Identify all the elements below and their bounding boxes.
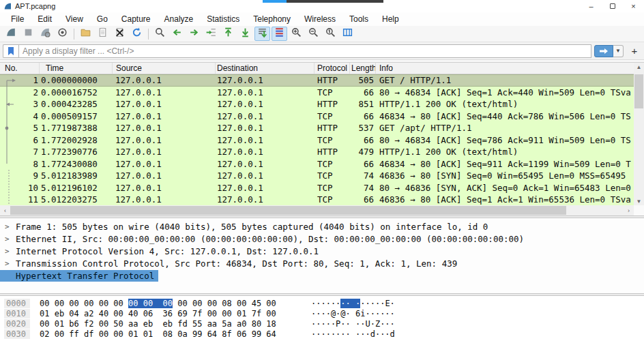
column-header-destination[interactable]: Destination [216, 63, 314, 74]
column-header-time[interactable]: Time [40, 63, 113, 74]
open-file-button[interactable] [78, 27, 93, 41]
menu-go[interactable]: Go [90, 13, 115, 25]
hex-row-0010[interactable]: 001001 eb 04 a2 40 00 40 06 36 69 7f 00 … [0, 308, 644, 318]
cell-time: 0.000000000 [40, 75, 113, 85]
restart-capture-button[interactable] [38, 27, 53, 41]
cell-destination: 127.0.0.1 [216, 75, 314, 85]
packet-row-1[interactable]: 10.000000000127.0.0.1127.0.0.1HTTP505GET… [0, 74, 634, 87]
apply-filter-button[interactable] [594, 45, 613, 57]
detail-line-1[interactable]: >Frame 1: 505 bytes on wire (4040 bits),… [0, 220, 644, 233]
cell-destination: 127.0.0.1 [216, 99, 314, 109]
column-header-length[interactable]: Length [350, 63, 376, 74]
column-header-source[interactable]: Source [113, 63, 216, 74]
zoom-original-button[interactable] [323, 27, 338, 41]
scroll-right-icon[interactable]: › [624, 205, 634, 215]
find-packet-button[interactable] [152, 27, 168, 41]
menu-wireless[interactable]: Wireless [297, 13, 342, 25]
go-forward-button[interactable] [186, 27, 202, 41]
cell-protocol: TCP [314, 170, 350, 181]
reload-file-button[interactable] [129, 27, 145, 41]
packet-row-2[interactable]: 20.000016752127.0.0.1127.0.0.1TCP6680 → … [0, 87, 634, 99]
column-header-protocol[interactable]: Protocol [314, 63, 350, 74]
go-to-packet-button[interactable] [203, 27, 219, 41]
cell-destination: 127.0.0.1 [216, 194, 314, 205]
horizontal-scroll-thumb[interactable] [10, 206, 566, 215]
zoom-out-button[interactable] [306, 27, 321, 41]
expander-chevron-icon[interactable]: > [5, 247, 16, 256]
resize-columns-button[interactable] [340, 27, 355, 41]
minimize-button[interactable]: – [581, 0, 602, 12]
column-header-info[interactable]: Info [376, 63, 634, 74]
packet-list-vertical-scrollbar[interactable]: ▲ ▼ [634, 63, 644, 206]
menu-edit[interactable]: Edit [31, 13, 59, 25]
packet-row-6[interactable]: 61.772002928127.0.0.1127.0.0.1TCP6680 → … [0, 134, 634, 147]
menu-statistics[interactable]: Statistics [200, 13, 246, 25]
packet-row-9[interactable]: 95.012183989127.0.0.1127.0.0.1TCP7446836… [0, 170, 634, 182]
detail-line-4[interactable]: >Transmission Control Protocol, Src Port… [0, 257, 644, 269]
go-back-button[interactable] [169, 27, 185, 41]
display-filter-input[interactable] [18, 44, 591, 58]
packet-row-10[interactable]: 105.012196102127.0.0.1127.0.0.1TCP7480 →… [0, 182, 634, 194]
packet-row-8[interactable]: 81.772430080127.0.0.1127.0.0.1TCP6646834… [0, 158, 634, 170]
scroll-left-icon[interactable]: ‹ [0, 205, 10, 215]
vertical-scroll-thumb[interactable] [634, 74, 643, 108]
packet-list-header: No.TimeSourceDestinationProtocolLengthIn… [0, 63, 634, 74]
menu-view[interactable]: View [59, 13, 90, 25]
add-filter-button[interactable]: + [628, 44, 641, 58]
filter-history-dropdown[interactable]: ▼ [613, 45, 624, 57]
hex-ascii: ········ ···d···d [311, 329, 395, 339]
expander-chevron-icon[interactable]: > [5, 222, 16, 231]
restore-button[interactable] [602, 0, 623, 12]
capture-options-button[interactable] [55, 27, 70, 41]
expander-chevron-icon[interactable]: > [5, 235, 16, 243]
close-button[interactable]: × [623, 0, 644, 12]
detail-line-5[interactable]: >Hypertext Transfer Protocol [0, 269, 644, 282]
hex-row-0000[interactable]: 000000 00 00 00 00 00 00 00 00 00 00 00 … [0, 298, 644, 308]
hex-bytes: 02 00 ff df 00 00 01 01 08 0a 99 64 8f 0… [40, 329, 291, 339]
zoom-in-button[interactable] [289, 27, 304, 41]
packet-row-7[interactable]: 71.772390776127.0.0.1127.0.0.1HTTP479HTT… [0, 146, 634, 158]
expander-chevron-icon[interactable]: > [5, 259, 16, 268]
zoom-original-icon [325, 27, 336, 41]
cell-length: 537 [350, 123, 376, 133]
column-header-no[interactable]: No. [0, 63, 40, 74]
packet-row-11[interactable]: 115.012203275127.0.0.1127.0.0.1TCP664683… [0, 194, 634, 206]
menu-capture[interactable]: Capture [115, 13, 158, 25]
cell-no: 7 [0, 147, 40, 157]
packet-row-3[interactable]: 30.000423285127.0.0.1127.0.0.1HTTP851HTT… [0, 98, 634, 110]
detail-line-2[interactable]: >Ethernet II, Src: 00:00:00_00:00:00 (00… [0, 233, 644, 245]
cell-info: HTTP/1.1 200 OK (text/html) [376, 147, 634, 157]
menu-analyze[interactable]: Analyze [158, 13, 201, 25]
hex-row-0020[interactable]: 002000 01 b6 f2 00 50 aa eb eb fd 55 aa … [0, 318, 644, 329]
cell-no: 6 [0, 135, 40, 145]
start-capture-button[interactable] [3, 27, 19, 41]
cell-source: 127.0.0.1 [113, 183, 216, 193]
menu-telephony[interactable]: Telephony [246, 13, 297, 25]
filter-bookmark-button[interactable] [3, 44, 18, 58]
menu-file[interactable]: File [4, 13, 31, 25]
packet-row-5[interactable]: 51.771987388127.0.0.1127.0.0.1HTTP537GET… [0, 122, 634, 134]
close-file-button[interactable] [112, 27, 128, 41]
menu-help[interactable]: Help [375, 13, 406, 25]
packet-list-horizontal-scrollbar[interactable]: ‹ › [0, 205, 634, 215]
hex-row-0030[interactable]: 003002 00 ff df 00 00 01 01 08 0a 99 64 … [0, 329, 644, 339]
auto-scroll-button[interactable] [254, 27, 270, 41]
detail-line-3[interactable]: >Internet Protocol Version 4, Src: 127.0… [0, 245, 644, 257]
go-to-last-button[interactable] [237, 27, 253, 41]
stop-capture-button[interactable] [20, 27, 36, 41]
scroll-up-icon[interactable]: ▲ [634, 63, 644, 72]
cell-source: 127.0.0.1 [113, 147, 216, 157]
colorize-button[interactable] [272, 27, 287, 41]
go-to-first-button[interactable] [220, 27, 236, 41]
cell-no: 5 [0, 123, 40, 133]
packet-row-4[interactable]: 40.000509157127.0.0.1127.0.0.1TCP6646834… [0, 110, 634, 123]
cell-time: 1.772390776 [40, 147, 113, 157]
cell-time: 1.771987388 [40, 123, 113, 133]
packet-details-pane: >Frame 1: 505 bytes on wire (4040 bits),… [0, 218, 644, 293]
save-file-button[interactable] [95, 27, 111, 41]
toolbar-separator [148, 29, 149, 40]
cell-length: 66 [350, 87, 376, 98]
cell-protocol: TCP [314, 194, 350, 205]
menu-tools[interactable]: Tools [342, 13, 375, 25]
cell-protocol: TCP [314, 135, 350, 145]
